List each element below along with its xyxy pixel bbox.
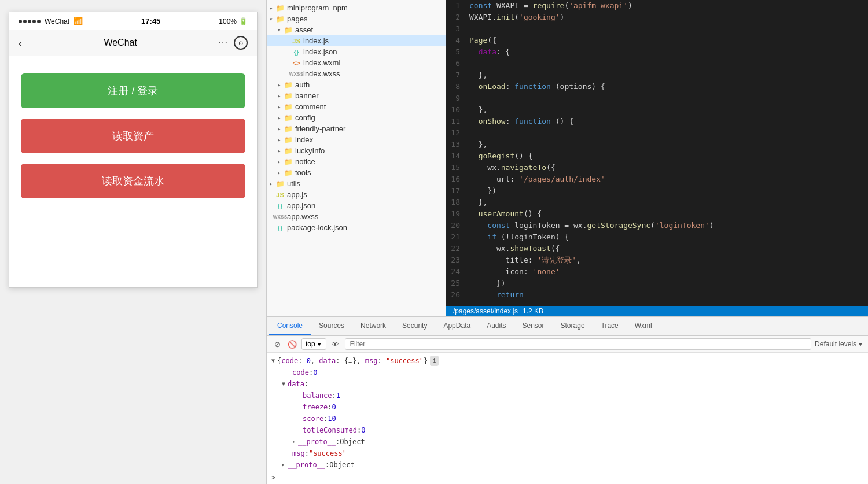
expand-arrow[interactable]: ▼ <box>271 356 275 366</box>
tree-item-index-folder[interactable]: ▸📁index <box>267 134 446 145</box>
phone-nav-bar: ‹ WeChat ··· ⊙ <box>9 30 257 56</box>
code-line-23: 23 title: '请先登录', <box>446 254 868 266</box>
console-prop-balance: balance: 1 <box>292 390 863 401</box>
proto-main-arrow[interactable]: ▸ <box>282 460 285 470</box>
tree-item-package-lock.json[interactable]: {}package-lock.json <box>267 222 446 233</box>
tree-item-banner[interactable]: ▸📁banner <box>267 90 446 101</box>
line-number: 21 <box>446 231 467 243</box>
context-label: top <box>306 340 315 348</box>
live-expression-button[interactable]: 👁 <box>330 338 341 350</box>
tree-item-friendly-partner[interactable]: ▸📁friendly-partner <box>267 123 446 134</box>
line-number: 13 <box>446 139 467 150</box>
tab-sensor[interactable]: Sensor <box>514 317 553 335</box>
line-code: Page({ <box>467 35 868 46</box>
tab-sources[interactable]: Sources <box>311 317 352 335</box>
context-selector[interactable]: top ▼ <box>301 338 326 350</box>
battery-percent: 100% <box>219 17 237 25</box>
line-number: 26 <box>446 289 467 301</box>
tab-wxml[interactable]: Wxml <box>627 317 660 335</box>
signal-dot-5 <box>37 20 41 23</box>
console-data-children: balance: 1 freeze: 0 score: 10 totleCons… <box>282 390 863 448</box>
console-filter-input[interactable] <box>345 338 811 350</box>
tree-item-miniprogram_npm[interactable]: ▸📁miniprogram_npm <box>267 2 446 13</box>
line-code: onShow: function () { <box>467 116 868 127</box>
tab-appdata[interactable]: AppData <box>435 317 479 335</box>
tree-item-auth[interactable]: ▸📁auth <box>267 79 446 90</box>
data-expand-arrow[interactable]: ▼ <box>282 379 285 389</box>
chevron-down-icon: ▼ <box>317 341 322 348</box>
tree-item-comment[interactable]: ▸📁comment <box>267 101 446 112</box>
console-prompt[interactable]: > <box>271 472 863 483</box>
register-login-button[interactable]: 注册 / 登录 <box>21 73 245 108</box>
nav-title: WeChat <box>104 38 137 48</box>
code-line-15: 15 wx.navigateTo({ <box>446 162 868 173</box>
signal-dot-4 <box>32 20 36 23</box>
line-code: }) <box>467 185 868 197</box>
code-line-10: 10 }, <box>446 104 868 116</box>
battery-icon: 🔋 <box>239 17 248 25</box>
devtools-tabs: ConsoleSourcesNetworkSecurityAppDataAudi… <box>267 317 868 336</box>
wifi-icon: 📶 <box>73 17 83 25</box>
tree-item-index.wxml[interactable]: <>index.wxml <box>267 57 446 68</box>
nav-more-icon[interactable]: ··· <box>219 38 228 48</box>
code-line-20: 20 const loginToken = wx.getStorageSync(… <box>446 220 868 231</box>
carrier-label: WeChat <box>45 17 69 25</box>
code-line-7: 7 }, <box>446 69 868 81</box>
line-number: 15 <box>446 162 467 173</box>
devtools-main: ▸📁miniprogram_npm▾📁pages▾📁assetJSindex.j… <box>267 0 868 316</box>
line-number: 20 <box>446 220 467 231</box>
line-code: title: '请先登录', <box>467 254 868 266</box>
read-transactions-button[interactable]: 读取资金流水 <box>21 164 245 198</box>
tree-item-index.json[interactable]: {}index.json <box>267 46 446 57</box>
filter-toggle-button[interactable]: 🚫 <box>286 338 298 350</box>
tree-item-app.js[interactable]: JSapp.js <box>267 189 446 200</box>
line-code: WXAPI.init('gooking') <box>467 12 868 23</box>
line-number: 7 <box>446 69 467 81</box>
code-line-21: 21 if (!loginToken) { <box>446 231 868 243</box>
nav-back-button[interactable]: ‹ <box>19 36 23 50</box>
console-object-children: code: 0 ▼ data: balance: 1 freeze: 0 sco… <box>271 367 863 471</box>
tree-item-index.js[interactable]: JSindex.js <box>267 35 446 46</box>
tree-item-app.json[interactable]: {}app.json <box>267 200 446 211</box>
tree-item-asset[interactable]: ▾📁asset <box>267 24 446 35</box>
console-object-line: ▼ {code: 0, data: {…}, msg: "success"} i <box>271 355 863 367</box>
console-object-preview: {code: 0, data: {…}, msg: "success"} <box>277 356 428 366</box>
line-code: wx.showToast({ <box>467 243 868 254</box>
tab-network[interactable]: Network <box>352 317 394 335</box>
tab-trace[interactable]: Trace <box>593 317 627 335</box>
nav-circle-button[interactable]: ⊙ <box>234 36 248 50</box>
console-prop-proto-data: ▸ __proto__: Object <box>292 436 863 448</box>
line-code: data: { <box>467 46 868 58</box>
signal-dot-1 <box>19 20 22 23</box>
tree-item-tools[interactable]: ▸📁tools <box>267 167 446 178</box>
line-code: icon: 'none' <box>467 266 868 278</box>
code-line-14: 14 goRegist() { <box>446 150 868 162</box>
tree-item-pages[interactable]: ▾📁pages <box>267 13 446 24</box>
line-number: 4 <box>446 35 467 46</box>
tab-storage[interactable]: Storage <box>553 317 593 335</box>
tree-item-index.wxss[interactable]: wxssindex.wxss <box>267 68 446 79</box>
tree-item-luckyInfo[interactable]: ▸📁luckyInfo <box>267 145 446 156</box>
phone-status-bar: WeChat 📶 17:45 100% 🔋 <box>9 12 257 30</box>
proto-data-arrow[interactable]: ▸ <box>292 437 296 447</box>
line-code: }, <box>467 139 868 150</box>
tab-security[interactable]: Security <box>394 317 435 335</box>
code-line-6: 6 <box>446 58 868 69</box>
code-line-13: 13 }, <box>446 139 868 150</box>
status-right: 100% 🔋 <box>219 17 248 25</box>
tree-item-notice[interactable]: ▸📁notice <box>267 156 446 167</box>
line-code: goRegist() { <box>467 150 868 162</box>
line-number: 16 <box>446 173 467 185</box>
line-number: 22 <box>446 243 467 254</box>
default-levels-selector[interactable]: Default levels ▼ <box>815 340 863 348</box>
line-number: 11 <box>446 116 467 127</box>
tree-item-app.wxss[interactable]: wxssapp.wxss <box>267 211 446 222</box>
tab-console[interactable]: Console <box>269 317 311 335</box>
clear-console-button[interactable]: ⊘ <box>271 338 283 350</box>
line-number: 6 <box>446 58 467 69</box>
tree-item-config[interactable]: ▸📁config <box>267 112 446 123</box>
tree-item-utils[interactable]: ▸📁utils <box>267 178 446 189</box>
console-prop-msg: msg: "success" <box>282 448 863 459</box>
tab-audits[interactable]: Audits <box>479 317 514 335</box>
read-assets-button[interactable]: 读取资产 <box>21 119 245 153</box>
